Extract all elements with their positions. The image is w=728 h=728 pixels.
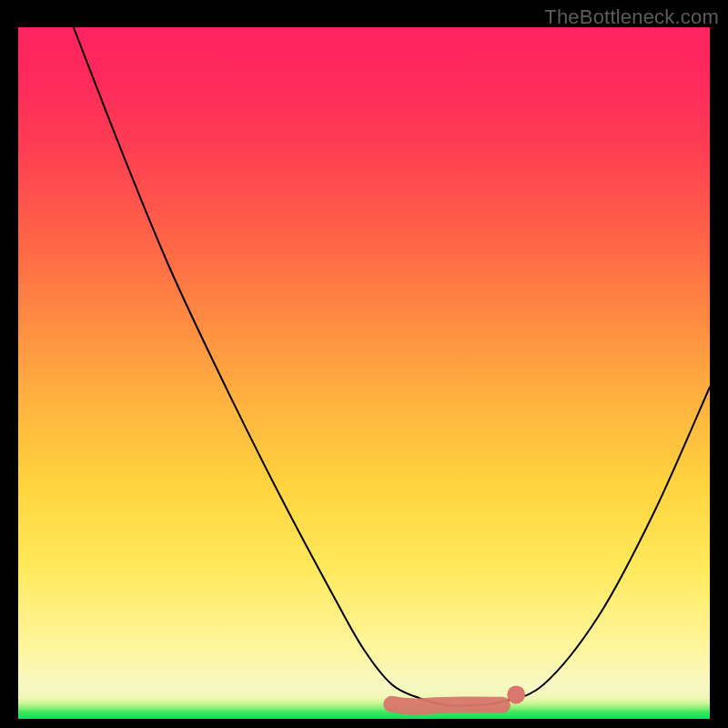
optimal-zone-end-marker xyxy=(507,685,525,703)
plot-area xyxy=(18,27,710,719)
chart-stage: TheBottleneck.com xyxy=(0,0,728,728)
watermark-text: TheBottleneck.com xyxy=(544,5,719,29)
curve-layer xyxy=(18,27,710,719)
optimal-zone-band xyxy=(391,704,502,707)
bottleneck-curve xyxy=(74,27,710,706)
